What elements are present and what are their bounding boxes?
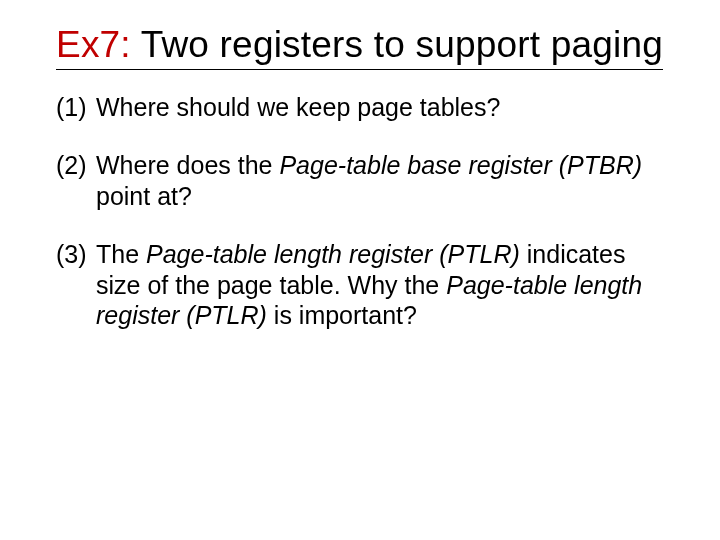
- list-item: (3) The Page-table length register (PTLR…: [56, 239, 664, 331]
- text-run: The: [96, 240, 146, 268]
- item-body: Where should we keep page tables?: [96, 92, 664, 123]
- title-rest: Two registers to support paging: [131, 24, 663, 65]
- points-list: (1) Where should we keep page tables? (2…: [56, 92, 664, 331]
- item-number: (1): [56, 92, 96, 123]
- text-run: Where does the: [96, 151, 279, 179]
- item-number: (2): [56, 150, 96, 211]
- title-prefix: Ex7:: [56, 24, 131, 65]
- text-run: point at?: [96, 182, 192, 210]
- text-run: Where should we keep page tables?: [96, 93, 500, 121]
- list-item: (2) Where does the Page-table base regis…: [56, 150, 664, 211]
- text-run-italic: Page-table length register (PTLR): [146, 240, 520, 268]
- slide-title: Ex7: Two registers to support paging: [56, 24, 663, 70]
- item-body: The Page-table length register (PTLR) in…: [96, 239, 664, 331]
- list-item: (1) Where should we keep page tables?: [56, 92, 664, 123]
- slide: Ex7: Two registers to support paging (1)…: [0, 0, 720, 540]
- text-run: is important?: [267, 301, 417, 329]
- item-number: (3): [56, 239, 96, 331]
- text-run-italic: Page-table base register (PTBR): [279, 151, 642, 179]
- item-body: Where does the Page-table base register …: [96, 150, 664, 211]
